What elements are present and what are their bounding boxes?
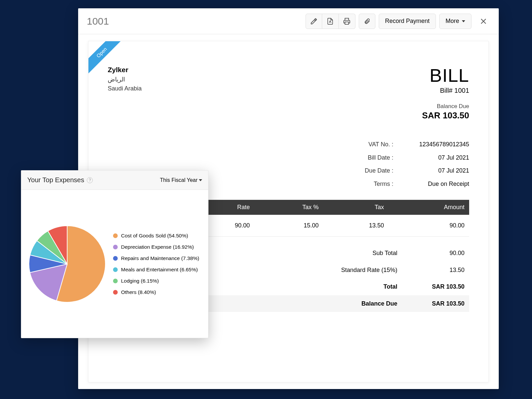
document-actions-group bbox=[306, 14, 355, 29]
cell-amount: 90.00 bbox=[389, 215, 469, 237]
balance-row-value: SAR 103.50 bbox=[409, 295, 469, 312]
legend-swatch bbox=[113, 233, 118, 238]
svg-rect-0 bbox=[345, 22, 349, 24]
legend-label: Repairs and Maintenance (7.38%) bbox=[121, 255, 199, 261]
close-icon bbox=[479, 17, 487, 25]
printer-icon bbox=[343, 18, 350, 25]
bill-number: Bill# 1001 bbox=[422, 87, 469, 94]
due-date: 07 Jul 2021 bbox=[403, 164, 469, 178]
card-body: Cost of Goods Sold (54.50%)Depreciation … bbox=[21, 190, 208, 338]
balance-due-amount: SAR 103.50 bbox=[422, 110, 469, 121]
legend-label: Others (8.40%) bbox=[121, 289, 156, 295]
bill-title-block: BILL Bill# 1001 Balance Due SAR 103.50 bbox=[422, 65, 469, 121]
paperclip-icon bbox=[364, 18, 370, 25]
more-label: More bbox=[446, 18, 459, 25]
record-payment-label: Record Payment bbox=[385, 18, 430, 25]
col-amount: Amount bbox=[389, 200, 469, 215]
edit-button[interactable] bbox=[306, 14, 322, 29]
tax-line-label: Standard Rate (15%) bbox=[303, 262, 409, 278]
top-expenses-card: Your Top Expenses ? This Fiscal Year Cos… bbox=[21, 170, 208, 338]
legend-item: Others (8.40%) bbox=[113, 289, 199, 295]
legend-label: Lodging (6.15%) bbox=[121, 278, 159, 284]
document-header: Zylker الرياض Saudi Arabia BILL Bill# 10… bbox=[108, 65, 469, 121]
company-country: Saudi Arabia bbox=[108, 84, 142, 93]
col-tax: Tax bbox=[323, 200, 388, 215]
period-filter-label: This Fiscal Year bbox=[160, 177, 198, 183]
attachment-button[interactable] bbox=[359, 14, 375, 29]
more-button[interactable]: More bbox=[439, 14, 471, 29]
legend-swatch bbox=[113, 245, 118, 249]
pdf-icon bbox=[327, 18, 334, 25]
col-tax-pct: Tax % bbox=[254, 200, 323, 215]
period-filter[interactable]: This Fiscal Year bbox=[160, 177, 202, 183]
card-title: Your Top Expenses bbox=[27, 176, 84, 184]
legend-swatch bbox=[113, 256, 118, 261]
legend-item: Meals and Entertainment (6.65%) bbox=[113, 267, 199, 273]
bill-date-label: Bill Date : bbox=[333, 151, 393, 165]
balance-block: Balance Due SAR 103.50 bbox=[422, 103, 469, 121]
toolbar: 1001 Record Payme bbox=[78, 8, 499, 34]
legend-item: Depreciation Expense (16.92%) bbox=[113, 244, 199, 250]
close-button[interactable] bbox=[477, 15, 490, 28]
chart-legend: Cost of Goods Sold (54.50%)Depreciation … bbox=[113, 227, 199, 301]
company-block: Zylker الرياض Saudi Arabia bbox=[108, 65, 142, 121]
pie-chart bbox=[27, 224, 107, 304]
help-icon[interactable]: ? bbox=[87, 177, 93, 183]
page-title: 1001 bbox=[87, 16, 302, 27]
legend-label: Cost of Goods Sold (54.50%) bbox=[121, 233, 188, 239]
balance-due-label: Balance Due bbox=[422, 103, 469, 110]
cell-tax: 13.50 bbox=[323, 215, 388, 237]
legend-item: Cost of Goods Sold (54.50%) bbox=[113, 233, 199, 239]
tax-line-value: 13.50 bbox=[409, 262, 469, 278]
pencil-icon bbox=[310, 18, 318, 25]
legend-item: Repairs and Maintenance (7.38%) bbox=[113, 255, 199, 261]
vat-no: 123456789012345 bbox=[403, 138, 469, 151]
chevron-down-icon bbox=[462, 20, 465, 22]
company-city-ar: الرياض bbox=[108, 75, 142, 84]
pdf-button[interactable] bbox=[322, 14, 339, 29]
subtotal-label: Sub Total bbox=[303, 245, 409, 261]
legend-label: Depreciation Expense (16.92%) bbox=[121, 244, 194, 250]
balance-row-label: Balance Due bbox=[303, 295, 409, 312]
legend-swatch bbox=[113, 279, 118, 283]
due-date-label: Due Date : bbox=[333, 164, 393, 178]
legend-item: Lodging (6.15%) bbox=[113, 278, 199, 284]
terms: Due on Receipt bbox=[403, 178, 469, 191]
bill-date: 07 Jul 2021 bbox=[403, 151, 469, 165]
print-button[interactable] bbox=[339, 14, 355, 29]
chevron-down-icon bbox=[199, 179, 202, 181]
total-value: SAR 103.50 bbox=[409, 278, 469, 295]
bill-heading: BILL bbox=[422, 65, 469, 86]
legend-label: Meals and Entertainment (6.65%) bbox=[121, 267, 198, 273]
total-label: Total bbox=[303, 278, 409, 295]
legend-swatch bbox=[113, 290, 118, 295]
legend-swatch bbox=[113, 267, 118, 272]
terms-label: Terms : bbox=[333, 178, 393, 191]
card-header: Your Top Expenses ? This Fiscal Year bbox=[21, 171, 208, 190]
cell-tax-pct: 15.00 bbox=[254, 215, 323, 237]
subtotal-value: 90.00 bbox=[409, 245, 469, 261]
vat-no-label: VAT No. : bbox=[333, 138, 393, 151]
record-payment-button[interactable]: Record Payment bbox=[379, 14, 436, 29]
company-name: Zylker bbox=[108, 65, 142, 75]
